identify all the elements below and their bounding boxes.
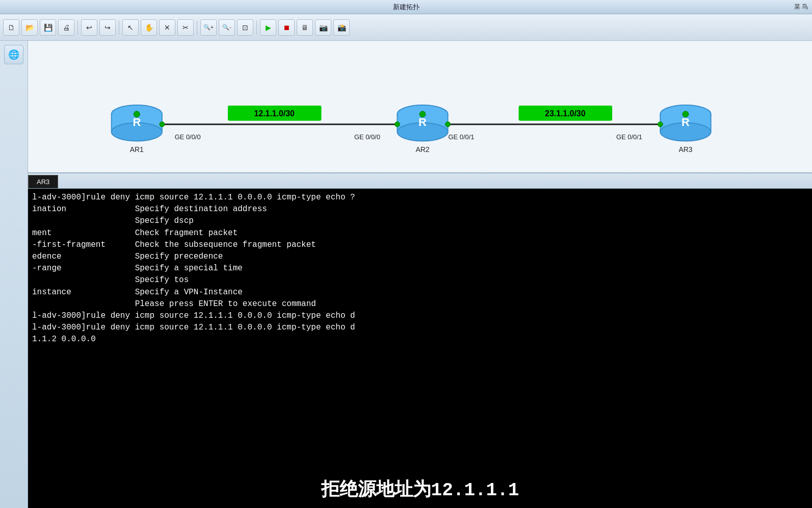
window-controls[interactable]: 菜 鸟 bbox=[794, 3, 808, 11]
capture-button[interactable]: 📷 bbox=[315, 19, 331, 36]
play-button[interactable]: ▶ bbox=[260, 19, 276, 36]
new-button[interactable]: 🗋 bbox=[3, 19, 19, 36]
hand-button[interactable]: ✋ bbox=[141, 19, 157, 36]
terminal-line-4: -first-fragment Check the subsequence fr… bbox=[32, 239, 808, 251]
svg-text:AR1: AR1 bbox=[130, 145, 144, 154]
fit-button[interactable]: ⊡ bbox=[237, 19, 253, 36]
svg-text:R: R bbox=[682, 116, 690, 129]
svg-text:12.1.1.0/30: 12.1.1.0/30 bbox=[254, 109, 295, 118]
svg-text:GE 0/0/1: GE 0/0/1 bbox=[616, 133, 642, 141]
sep1 bbox=[77, 20, 78, 35]
delete-button[interactable]: ✕ bbox=[159, 19, 175, 36]
sep4 bbox=[256, 20, 257, 35]
title-bar: 新建拓扑 菜 鸟 bbox=[0, 0, 812, 14]
zoom-out-button[interactable]: 🔍- bbox=[219, 19, 235, 36]
topology-canvas: 12.1.1.0/30 23.1.1.0/30 R AR1 GE 0/0/0 bbox=[28, 41, 812, 173]
svg-text:R: R bbox=[418, 116, 427, 129]
select-button[interactable]: ↖ bbox=[122, 19, 139, 36]
print-button[interactable]: 🖨 bbox=[58, 19, 74, 36]
subtitle: 拒绝源地址为12.1.1.1 bbox=[28, 477, 812, 502]
window-title: 新建拓扑 bbox=[393, 3, 420, 12]
svg-point-38 bbox=[658, 122, 663, 127]
topology-svg: 12.1.1.0/30 23.1.1.0/30 R AR1 GE 0/0/0 bbox=[28, 41, 812, 172]
cam-button[interactable]: 📸 bbox=[333, 19, 350, 36]
toolbar: 🗋 📂 💾 🖨 ↩ ↪ ↖ ✋ ✕ ✂ 🔍+ 🔍- ⊡ ▶ ⏹ 🖥 📷 📸 bbox=[0, 14, 812, 41]
svg-text:GE 0/0/0: GE 0/0/0 bbox=[354, 133, 380, 141]
stop-button[interactable]: ⏹ bbox=[278, 19, 295, 36]
svg-point-27 bbox=[395, 122, 400, 127]
save-button[interactable]: 💾 bbox=[40, 19, 56, 36]
terminal-line-12: 1.1.2 0.0.0.0 bbox=[32, 334, 808, 345]
undo-button[interactable]: ↩ bbox=[81, 19, 97, 36]
sep3 bbox=[197, 20, 197, 35]
svg-point-28 bbox=[446, 122, 451, 127]
terminal-line-3: ment Check fragment packet bbox=[32, 227, 808, 239]
svg-point-16 bbox=[160, 122, 165, 127]
left-panel-network-icon[interactable]: 🌐 bbox=[4, 45, 23, 64]
svg-text:AR2: AR2 bbox=[415, 145, 429, 154]
terminal-line-6: -range Specify a special time bbox=[32, 263, 808, 274]
zoom-in-button[interactable]: 🔍+ bbox=[200, 19, 217, 36]
tab-bar: AR3 bbox=[28, 173, 812, 189]
terminal-line-8: instance Specify a VPN-Instance bbox=[32, 287, 808, 298]
terminal-line-9: Please press ENTER to execute command bbox=[32, 298, 808, 310]
terminal-line-0: l-adv-3000]rule deny icmp source 12.1.1.… bbox=[32, 192, 808, 204]
svg-text:AR3: AR3 bbox=[678, 145, 692, 154]
left-panel: 🌐 bbox=[0, 41, 28, 508]
terminal-line-5: edence Specify precedence bbox=[32, 251, 808, 263]
content-right: 12.1.1.0/30 23.1.1.0/30 R AR1 GE 0/0/0 bbox=[28, 41, 812, 508]
svg-text:GE 0/0/0: GE 0/0/0 bbox=[175, 133, 201, 141]
svg-text:GE 0/0/1: GE 0/0/1 bbox=[449, 133, 475, 141]
terminal-line-10: l-adv-3000]rule deny icmp source 12.1.1.… bbox=[32, 310, 808, 322]
svg-text:R: R bbox=[133, 116, 141, 129]
main-area: 🌐 12.1.1.0/30 23.1.1.0/30 bbox=[0, 41, 812, 508]
device-button[interactable]: 🖥 bbox=[297, 19, 313, 36]
sep2 bbox=[119, 20, 119, 35]
svg-text:23.1.1.0/30: 23.1.1.0/30 bbox=[545, 109, 586, 118]
terminal-line-2: Specify dscp bbox=[32, 215, 808, 227]
open-button[interactable]: 📂 bbox=[21, 19, 38, 36]
cut-button[interactable]: ✂ bbox=[177, 19, 194, 36]
terminal-line-1: ination Specify destination address bbox=[32, 204, 808, 215]
terminal[interactable]: l-adv-3000]rule deny icmp source 12.1.1.… bbox=[28, 189, 812, 508]
ar3-tab[interactable]: AR3 bbox=[28, 175, 58, 188]
terminal-line-7: Specify tos bbox=[32, 274, 808, 286]
terminal-line-11: l-adv-3000]rule deny icmp source 12.1.1.… bbox=[32, 322, 808, 334]
redo-button[interactable]: ↪ bbox=[99, 19, 116, 36]
